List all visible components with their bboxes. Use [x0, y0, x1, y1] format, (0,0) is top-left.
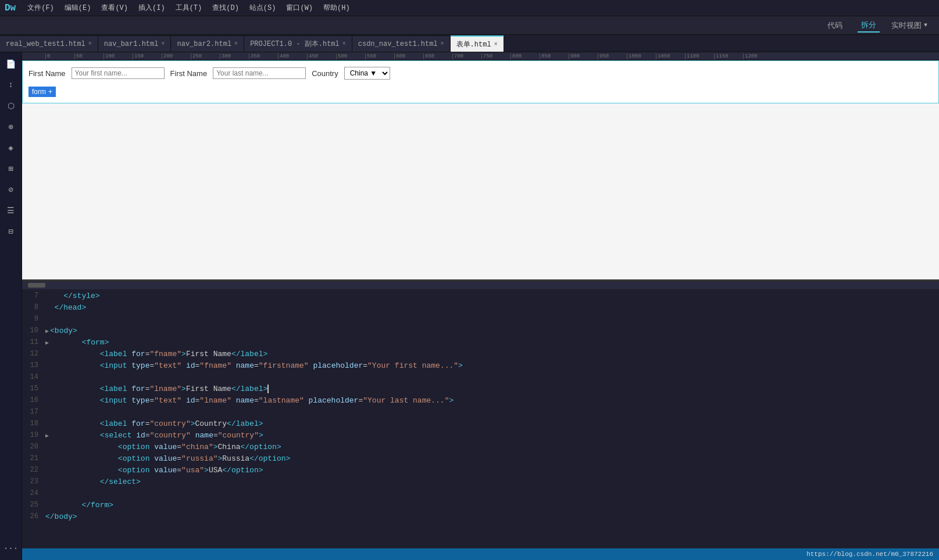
ruler-tick-650: 650 — [423, 53, 452, 59]
ruler-tick-750: 750 — [481, 53, 510, 59]
line-num-17: 17 — [22, 408, 45, 416]
line-content-7: </style> — [45, 292, 100, 300]
code-line-23: 23 </select> — [22, 478, 939, 489]
tab-close-icon[interactable]: × — [441, 41, 444, 47]
line-num-12: 12 — [22, 350, 45, 358]
title-bar: Dw 文件(F) 编辑(E) 查看(V) 插入(I) 工具(T) 查找(D) 站… — [0, 0, 939, 16]
country-select[interactable]: China ▼ Russia USA — [344, 67, 390, 80]
code-line-12: 12 <label for="fname">First Name</label> — [22, 350, 939, 361]
tab-form[interactable]: 表单.html × — [451, 35, 504, 52]
ruler-tick-150: 150 — [133, 53, 162, 59]
menu-help[interactable]: 帮助(H) — [320, 2, 354, 14]
status-bar: https://blog.csdn.net/m0_37872216 — [22, 548, 939, 560]
code-line-10: 10 ▶<body> — [22, 326, 939, 338]
code-line-16: 16 <input type="text" id="lname" name="l… — [22, 396, 939, 408]
tab-real-web-test1[interactable]: real_web_test1.html × — [0, 35, 98, 52]
tab-nav-bar1[interactable]: nav_bar1.html × — [98, 35, 172, 52]
tab-label: real_web_test1.html — [6, 40, 85, 48]
menu-file[interactable]: 文件(F) — [24, 2, 58, 14]
tab-close-icon[interactable]: × — [88, 41, 92, 47]
grid-icon[interactable]: ⊞ — [4, 161, 18, 175]
code-line-18: 18 <label for="country">Country</label> — [22, 419, 939, 431]
ruler-tick-900: 900 — [569, 53, 598, 59]
line-content-20: <option value="china">China</option> — [45, 443, 281, 451]
menu-tools[interactable]: 工具(T) — [172, 2, 206, 14]
ruler-content: 0 50 100 150 200 250 300 350 400 450 500… — [45, 53, 939, 59]
tabs-bar: real_web_test1.html × nav_bar1.html × na… — [0, 35, 939, 52]
menu-find[interactable]: 查找(D) — [209, 2, 242, 14]
ruler-tick-200: 200 — [162, 53, 191, 59]
ruler: 0 50 100 150 200 250 300 350 400 450 500… — [22, 52, 939, 60]
css-icon[interactable]: ◈ — [4, 141, 18, 155]
ruler-tick-1200: 1200 — [743, 53, 772, 59]
tab-label: nav_bar1.html — [104, 40, 159, 48]
live-view-label: 实时视图 — [891, 20, 922, 31]
line-num-7: 7 — [22, 292, 45, 300]
firstname-input[interactable] — [72, 67, 165, 79]
h-scroll-thumb[interactable] — [28, 283, 45, 288]
form-tag-plus[interactable]: + — [48, 88, 52, 96]
form-preview-area: First Name First Name Country China ▼ Ru… — [22, 60, 939, 103]
line-num-20: 20 — [22, 443, 45, 451]
tab-close-icon[interactable]: × — [494, 41, 498, 48]
lastname-input[interactable] — [213, 67, 306, 79]
line-content-11: ▶ <form> — [45, 338, 109, 347]
h-scrollbar[interactable] — [22, 281, 939, 289]
line-content-10: ▶<body> — [45, 326, 77, 335]
line-num-23: 23 — [22, 478, 45, 486]
line-num-13: 13 — [22, 361, 45, 369]
menu-edit[interactable]: 编辑(E) — [61, 2, 95, 14]
ruler-tick-350: 350 — [249, 53, 278, 59]
menu-view[interactable]: 查看(V) — [98, 2, 131, 14]
ext-icon[interactable]: ⊟ — [4, 224, 18, 238]
tab-close-icon[interactable]: × — [234, 41, 238, 47]
line-num-19: 19 — [22, 431, 45, 439]
ruler-tick-1100: 1100 — [685, 53, 714, 59]
element-icon[interactable]: ⬡ — [4, 99, 18, 113]
snippet-icon[interactable]: ☰ — [4, 203, 18, 217]
line-num-16: 16 — [22, 396, 45, 404]
ruler-tick-1050: 1050 — [656, 53, 685, 59]
paint-icon[interactable]: ⊘ — [4, 182, 18, 196]
ruler-tick-1150: 1150 — [714, 53, 743, 59]
line-num-26: 26 — [22, 512, 45, 520]
code-line-11: 11 ▶ <form> — [22, 338, 939, 350]
code-line-21: 21 <option value="russia">Russia</option… — [22, 454, 939, 466]
line-num-9: 9 — [22, 315, 45, 323]
menu-insert[interactable]: 插入(I) — [135, 2, 169, 14]
line-content-8: </head> — [45, 303, 86, 312]
code-line-20: 20 <option value="china">China</option> — [22, 443, 939, 454]
ruler-tick-250: 250 — [191, 53, 220, 59]
more-icon[interactable]: ··· — [4, 541, 18, 555]
menu-window[interactable]: 窗口(W) — [283, 2, 316, 14]
line-content-23: </select> — [45, 478, 141, 486]
line-num-14: 14 — [22, 373, 45, 381]
code-line-22: 22 <option value="usa">USA</option> — [22, 466, 939, 478]
tab-csdn-nav-test1[interactable]: csdn_nav_test1.html × — [352, 35, 451, 52]
file-icon[interactable]: 📄 — [4, 57, 18, 71]
code-line-14: 14 — [22, 373, 939, 385]
split-view-button[interactable]: 拆分 — [858, 19, 880, 33]
code-view-button[interactable]: 代码 — [824, 19, 846, 32]
line-num-22: 22 — [22, 466, 45, 474]
tab-close-icon[interactable]: × — [342, 41, 346, 47]
line-content-16: <input type="text" id="lname" name="last… — [45, 396, 454, 405]
ruler-tick-850: 850 — [540, 53, 569, 59]
ruler-tick-1000: 1000 — [627, 53, 656, 59]
tab-close-icon[interactable]: × — [161, 41, 165, 47]
tab-label: PROJECT1.0 - 副本.html — [250, 39, 340, 49]
tab-project-copy[interactable]: PROJECT1.0 - 副本.html × — [244, 35, 352, 52]
code-line-15: 15 <label for="lname">First Name</label> — [22, 385, 939, 396]
tab-nav-bar2[interactable]: nav_bar2.html × — [171, 35, 244, 52]
form-tag[interactable]: form + — [28, 87, 56, 97]
design-view: First Name First Name Country China ▼ Ru… — [22, 60, 939, 281]
ruler-tick-0: 0 — [45, 53, 74, 59]
line-num-18: 18 — [22, 419, 45, 428]
app-logo: Dw — [5, 3, 16, 13]
arrow-icon[interactable]: ↕ — [4, 78, 18, 92]
code-line-17: 17 — [22, 408, 939, 419]
code-view: 7 </style> 8 </head> 9 10 ▶<body> 11 — [22, 289, 939, 548]
menu-site[interactable]: 站点(S) — [246, 2, 280, 14]
insert-icon[interactable]: ⊕ — [4, 120, 18, 134]
live-view-dropdown[interactable]: 实时视图 ▼ — [891, 20, 927, 31]
